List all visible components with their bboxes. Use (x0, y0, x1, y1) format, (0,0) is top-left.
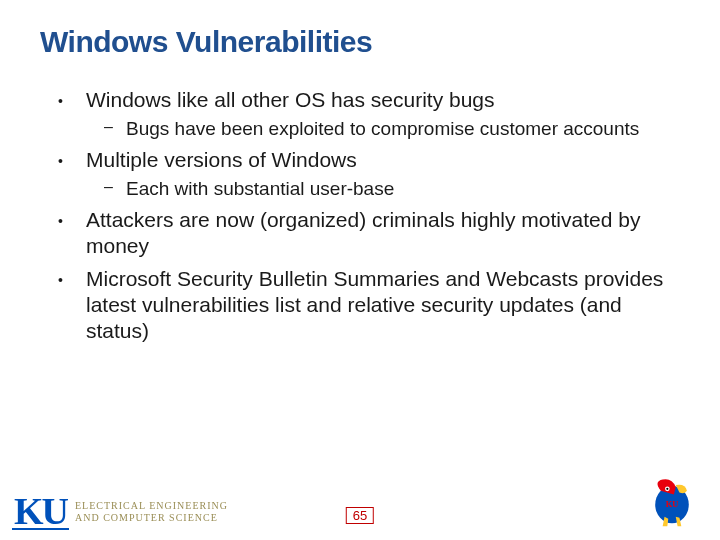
bullet-text: Multiple versions of Windows (86, 148, 357, 171)
department-name: ELECTRICAL ENGINEERING AND COMPUTER SCIE… (75, 500, 228, 524)
sub-bullet-item: Bugs have been exploited to compromise c… (104, 117, 680, 141)
ku-logo: KU ELECTRICAL ENGINEERING AND COMPUTER S… (12, 494, 228, 530)
bullet-text: Microsoft Security Bulletin Summaries an… (86, 267, 663, 343)
sub-bullet-text: Each with substantial user-base (126, 178, 394, 199)
slide-title: Windows Vulnerabilities (40, 25, 680, 59)
footer: KU ELECTRICAL ENGINEERING AND COMPUTER S… (0, 470, 720, 530)
svg-text:KU: KU (666, 500, 679, 509)
dept-line: ELECTRICAL ENGINEERING (75, 500, 228, 512)
sub-bullet-list: Each with substantial user-base (86, 177, 680, 201)
bullet-item: Multiple versions of Windows Each with s… (58, 147, 680, 201)
bullet-item: Microsoft Security Bulletin Summaries an… (58, 266, 680, 345)
jayhawk-icon: KU (644, 472, 700, 528)
page-number: 65 (346, 507, 374, 524)
ku-wordmark: KU (12, 494, 69, 530)
slide-content: Windows like all other OS has security b… (40, 87, 680, 344)
bullet-item: Attackers are now (organized) criminals … (58, 207, 680, 260)
sub-bullet-text: Bugs have been exploited to compromise c… (126, 118, 639, 139)
bullet-list: Windows like all other OS has security b… (40, 87, 680, 344)
slide: Windows Vulnerabilities Windows like all… (0, 0, 720, 540)
bullet-text: Windows like all other OS has security b… (86, 88, 495, 111)
bullet-item: Windows like all other OS has security b… (58, 87, 680, 141)
dept-line: AND COMPUTER SCIENCE (75, 512, 228, 524)
svg-point-2 (666, 488, 668, 490)
sub-bullet-list: Bugs have been exploited to compromise c… (86, 117, 680, 141)
bullet-text: Attackers are now (organized) criminals … (86, 208, 640, 257)
sub-bullet-item: Each with substantial user-base (104, 177, 680, 201)
